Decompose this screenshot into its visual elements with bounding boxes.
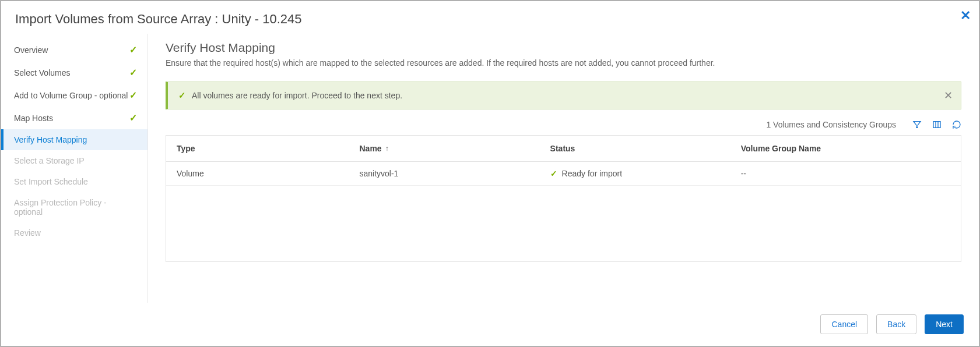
cell-volume-group-name: -- bbox=[730, 162, 961, 185]
table-body: Volume sanityvol-1 ✓ Ready for import -- bbox=[166, 162, 961, 261]
filter-icon[interactable] bbox=[912, 120, 922, 129]
sidebar-item-select-volumes[interactable]: Select Volumes ✓ bbox=[1, 61, 147, 84]
refresh-icon[interactable] bbox=[952, 120, 961, 129]
alert-text: All volumes are ready for import. Procee… bbox=[192, 91, 402, 100]
cell-type: Volume bbox=[166, 162, 349, 185]
sidebar-item-overview[interactable]: Overview ✓ bbox=[1, 38, 147, 61]
modal-header: Import Volumes from Source Array : Unity… bbox=[1, 1, 979, 34]
page-subtitle: Ensure that the required host(s) which a… bbox=[166, 58, 961, 68]
sidebar-item-label: Verify Host Mapping bbox=[14, 135, 87, 144]
checkmark-icon: ✓ bbox=[129, 44, 137, 55]
wizard-sidebar: Overview ✓ Select Volumes ✓ Add to Volum… bbox=[1, 34, 148, 303]
count-label: 1 Volumes and Consistency Groups bbox=[766, 120, 896, 129]
main-content: Verify Host Mapping Ensure that the requ… bbox=[148, 34, 979, 303]
column-header-status[interactable]: Status bbox=[540, 136, 730, 161]
checkmark-icon: ✓ bbox=[129, 90, 137, 101]
column-header-name[interactable]: Name ↑ bbox=[349, 136, 539, 161]
sidebar-item-review: Review bbox=[1, 222, 147, 243]
status-text: Ready for import bbox=[562, 169, 622, 178]
volumes-table: Type Name ↑ Status Volume Group Name bbox=[166, 135, 961, 262]
sort-ascending-icon: ↑ bbox=[385, 144, 389, 153]
columns-icon[interactable] bbox=[932, 120, 942, 129]
column-header-type[interactable]: Type bbox=[166, 136, 349, 161]
close-icon[interactable]: ✕ bbox=[960, 8, 971, 23]
close-icon[interactable]: ✕ bbox=[944, 89, 953, 102]
sidebar-item-assign-protection-policy: Assign Protection Policy - optional bbox=[1, 192, 147, 222]
checkmark-icon: ✓ bbox=[129, 67, 137, 78]
table-toolbar: 1 Volumes and Consistency Groups bbox=[166, 118, 961, 135]
sidebar-item-verify-host-mapping[interactable]: Verify Host Mapping bbox=[1, 129, 147, 150]
sidebar-item-label: Select Volumes bbox=[14, 68, 71, 77]
checkmark-icon: ✓ bbox=[129, 112, 137, 123]
cell-name: sanityvol-1 bbox=[349, 162, 539, 185]
checkmark-icon: ✓ bbox=[550, 169, 557, 178]
column-header-volume-group-name[interactable]: Volume Group Name bbox=[730, 136, 961, 161]
sidebar-item-set-import-schedule: Set Import Schedule bbox=[1, 171, 147, 192]
sidebar-item-map-hosts[interactable]: Map Hosts ✓ bbox=[1, 107, 147, 129]
sidebar-item-label: Review bbox=[14, 228, 41, 238]
table-header: Type Name ↑ Status Volume Group Name bbox=[166, 136, 961, 162]
column-header-label: Name bbox=[359, 144, 381, 153]
modal-title: Import Volumes from Source Array : Unity… bbox=[15, 12, 965, 27]
sidebar-item-select-storage-ip: Select a Storage IP bbox=[1, 150, 147, 171]
cancel-button[interactable]: Cancel bbox=[820, 314, 868, 334]
sidebar-item-label: Set Import Schedule bbox=[14, 177, 88, 186]
table-row[interactable]: Volume sanityvol-1 ✓ Ready for import -- bbox=[166, 162, 961, 186]
sidebar-item-label: Map Hosts bbox=[14, 114, 53, 123]
checkmark-icon: ✓ bbox=[178, 90, 186, 101]
modal-footer: Cancel Back Next bbox=[1, 303, 979, 346]
svg-marker-0 bbox=[914, 122, 921, 128]
column-header-label: Volume Group Name bbox=[741, 144, 821, 153]
table-empty-space bbox=[166, 186, 961, 261]
next-button[interactable]: Next bbox=[925, 314, 964, 334]
back-button[interactable]: Back bbox=[876, 314, 916, 334]
page-title: Verify Host Mapping bbox=[166, 41, 961, 55]
cell-status: ✓ Ready for import bbox=[540, 162, 730, 185]
modal-body: Overview ✓ Select Volumes ✓ Add to Volum… bbox=[1, 34, 979, 303]
svg-rect-1 bbox=[933, 122, 940, 128]
success-alert: ✓ All volumes are ready for import. Proc… bbox=[166, 82, 961, 109]
column-header-label: Type bbox=[177, 144, 195, 153]
sidebar-item-label: Select a Storage IP bbox=[14, 156, 85, 165]
sidebar-item-label: Assign Protection Policy - optional bbox=[14, 198, 137, 217]
sidebar-item-label: Overview bbox=[14, 45, 48, 55]
sidebar-item-label: Add to Volume Group - optional bbox=[14, 91, 128, 100]
sidebar-item-add-to-volume-group[interactable]: Add to Volume Group - optional ✓ bbox=[1, 84, 147, 107]
import-volumes-wizard: Import Volumes from Source Array : Unity… bbox=[0, 0, 980, 347]
column-header-label: Status bbox=[550, 144, 575, 153]
